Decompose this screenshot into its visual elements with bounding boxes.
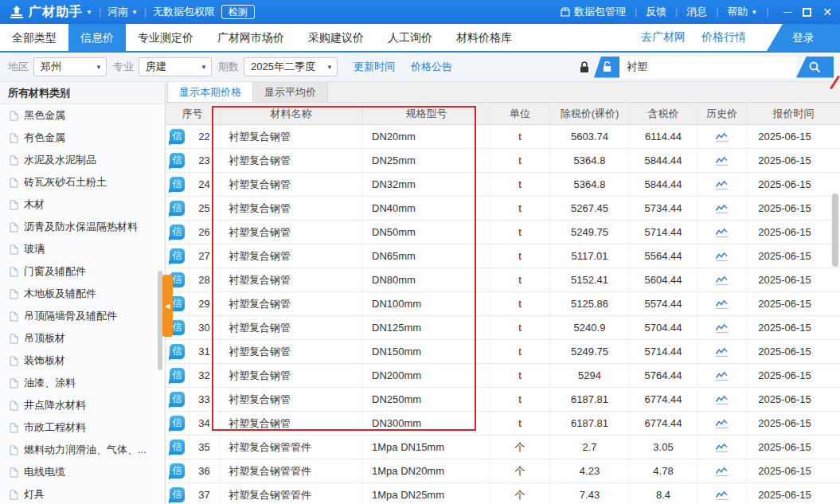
maximize-button[interactable] (803, 8, 811, 17)
quote-date: 2025-06-15 (747, 125, 840, 148)
material-name: 衬塑复合钢管管件 (220, 459, 363, 483)
sidebar-category-item[interactable]: 井点降水材料 (0, 394, 165, 416)
sidebar-category-item[interactable]: 燃料动力润滑油、气体、... (0, 439, 165, 461)
history-price-chart-icon[interactable] (715, 442, 729, 453)
price-notice-link[interactable]: 价格公告 (411, 60, 452, 74)
spec-model: DN20mm (363, 125, 490, 148)
history-price-chart-icon[interactable] (715, 346, 729, 357)
sidebar-category-item[interactable]: 木材 (0, 193, 165, 216)
messages-button[interactable]: 消息 (686, 5, 707, 19)
nav-tab[interactable]: 材料价格库 (444, 24, 524, 51)
update-time-link[interactable]: 更新时间 (354, 60, 395, 74)
sidebar-category-item[interactable]: 有色金属 (0, 127, 165, 149)
table-row[interactable]: 信 37 衬塑复合钢管管件 1Mpa DN25mm 个 7.43 8.4 202… (166, 483, 840, 504)
history-price-chart-icon[interactable] (715, 275, 729, 286)
price-view-subtab[interactable]: 显示平均价 (252, 82, 328, 102)
sidebar-category-item[interactable]: 油漆、涂料 (0, 372, 165, 394)
history-price-chart-icon[interactable] (715, 155, 729, 166)
history-price-chart-icon[interactable] (715, 299, 729, 310)
table-row[interactable]: 信 33 衬塑复合钢管 DN250mm t 6187.81 6774.44 20… (166, 388, 840, 412)
history-price-chart-icon[interactable] (715, 203, 729, 214)
row-index: 36 (189, 459, 220, 483)
lock-closed-icon[interactable] (575, 61, 594, 74)
search-input[interactable] (619, 57, 796, 78)
sidebar-category-item[interactable]: 电线电缆 (0, 461, 165, 483)
history-price-chart-icon[interactable] (715, 131, 729, 143)
table-header-row: 序号材料名称规格型号单位除税价(裸价)含税价历史价报价时间 (166, 103, 840, 125)
history-price-chart-icon[interactable] (715, 251, 729, 262)
app-menu-caret-icon[interactable]: ▼ (86, 9, 92, 16)
table-scrollbar-thumb[interactable] (832, 193, 838, 267)
material-name: 衬塑复合钢管 (220, 221, 363, 244)
nav-tab[interactable]: 人工询价 (376, 24, 444, 51)
province-selector[interactable]: 河南▼ (107, 5, 138, 19)
price-excl-tax: 5125.86 (550, 292, 630, 315)
sidebar-category-item[interactable]: 砖瓦灰砂石土粉土 (0, 171, 165, 193)
table-row[interactable]: 信 32 衬塑复合钢管 DN200mm t 5294 5764.44 2025-… (166, 364, 840, 388)
sidebar-category-item[interactable]: 装饰板材 (0, 350, 165, 372)
table-row[interactable]: 信 34 衬塑复合钢管 DN300mm t 6187.81 6774.44 20… (166, 412, 840, 436)
history-price-chart-icon[interactable] (715, 322, 729, 334)
history-price-chart-icon[interactable] (715, 466, 729, 477)
help-button[interactable]: 帮助▼ (727, 5, 757, 19)
sidebar-category-item[interactable]: 市政工程材料 (0, 416, 165, 439)
table-row[interactable]: 信 25 衬塑复合钢管 DN40mm t 5267.45 5734.44 202… (166, 197, 840, 221)
table-row[interactable]: 信 24 衬塑复合钢管 DN32mm t 5364.8 5844.44 2025… (166, 173, 840, 197)
table-row[interactable]: 信 36 衬塑复合钢管管件 1Mpa DN20mm 个 4.23 4.78 20… (166, 459, 840, 483)
detect-button[interactable]: 检测 (221, 5, 255, 19)
data-package-manage-button[interactable]: 数据包管理 (560, 5, 626, 19)
table-row[interactable]: 信 23 衬塑复合钢管 DN25mm t 5364.8 5844.44 2025… (166, 149, 840, 173)
table-row[interactable]: 信 29 衬塑复合钢管 DN100mm t 5125.86 5574.44 20… (166, 292, 840, 316)
history-price-chart-icon[interactable] (715, 370, 729, 381)
price-market-link[interactable]: 价格行情 (701, 30, 746, 45)
table-row[interactable]: 信 30 衬塑复合钢管 DN125mm t 5240.9 5704.44 202… (166, 316, 840, 340)
major-select[interactable]: 房建 (139, 57, 212, 76)
sidebar-category-item[interactable]: 吊顶隔墙骨及辅配件 (0, 305, 165, 327)
nav-tab[interactable]: 专业测定价 (126, 24, 205, 51)
price-incl-tax: 5704.44 (630, 316, 697, 339)
table-row[interactable]: 信 31 衬塑复合钢管 DN150mm t 5249.75 5714.44 20… (166, 340, 840, 364)
sidebar-collapse-handle[interactable]: ◀ (162, 275, 173, 337)
price-excl-tax: 6187.81 (550, 388, 630, 411)
goto-guangcai-link[interactable]: 去广材网 (641, 30, 686, 45)
table-row[interactable]: 信 26 衬塑复合钢管 DN50mm t 5249.75 5714.44 202… (166, 221, 840, 244)
nav-tab[interactable]: 采购建议价 (296, 24, 376, 51)
nav-tab[interactable]: 广材网市场价 (205, 24, 296, 51)
history-price-chart-icon[interactable] (715, 418, 729, 429)
close-button[interactable]: ✕ (822, 6, 832, 18)
sidebar-category-item[interactable]: 吊顶板材 (0, 327, 165, 350)
app-window: 广材助手 ▼ | 河南▼ | 无数据包权限 检测 数据包管理 | 反馈 | 消息… (0, 0, 840, 504)
divider: | (716, 6, 718, 18)
period-select[interactable]: 2025年二季度 (244, 57, 338, 76)
sidebar-category-item[interactable]: 木地板及辅配件 (0, 283, 165, 305)
sidebar-category-item[interactable]: 门窗及辅配件 (0, 260, 165, 283)
table-row[interactable]: 信 27 衬塑复合钢管 DN65mm t 5117.01 5564.44 202… (166, 244, 840, 268)
search-button[interactable] (796, 57, 834, 78)
sidebar-category-item[interactable]: 灯具 (0, 483, 165, 504)
unit: 个 (490, 436, 550, 459)
minimize-button[interactable]: ─ (783, 6, 791, 18)
lock-open-icon[interactable] (594, 57, 619, 78)
row-index: 37 (189, 483, 220, 504)
history-price-chart-icon[interactable] (715, 179, 729, 190)
history-price-chart-icon[interactable] (715, 394, 729, 405)
sidebar-category-item[interactable]: 黑色金属 (0, 104, 165, 127)
sidebar-category-item[interactable]: 水泥及水泥制品 (0, 149, 165, 171)
table-row[interactable]: 信 22 衬塑复合钢管 DN20mm t 5603.74 6114.44 202… (166, 125, 840, 149)
sidebar-category-item[interactable]: 沥青及防水保温隔热材料 (0, 216, 165, 238)
region-select[interactable]: 郑州 (33, 57, 107, 76)
history-price-chart-icon[interactable] (715, 227, 729, 238)
category-label: 油漆、涂料 (24, 376, 76, 390)
feedback-button[interactable]: 反馈 (646, 5, 666, 19)
history-price-chart-icon[interactable] (715, 490, 729, 501)
sidebar-category-item[interactable]: 玻璃 (0, 238, 165, 260)
material-name: 衬塑复合钢管 (220, 197, 363, 220)
category-label: 井点降水材料 (24, 398, 86, 412)
nav-tab[interactable]: 信息价 (68, 24, 126, 51)
nav-tab[interactable]: 全部类型 (0, 24, 68, 51)
login-button[interactable]: 登录 (767, 24, 840, 51)
material-name: 衬塑复合钢管 (220, 316, 363, 339)
table-row[interactable]: 信 28 衬塑复合钢管 DN80mm t 5152.41 5604.44 202… (166, 268, 840, 292)
price-view-subtab[interactable]: 显示本期价格 (167, 82, 253, 102)
table-row[interactable]: 信 35 衬塑复合钢管管件 1Mpa DN15mm 个 2.7 3.05 202… (166, 436, 840, 459)
